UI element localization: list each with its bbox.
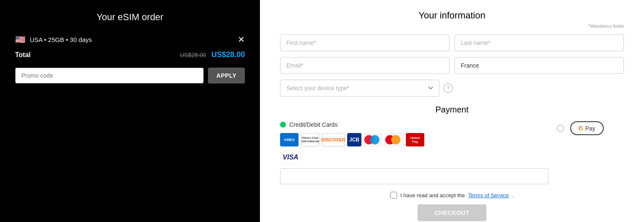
total-label: Total <box>15 51 31 59</box>
unionpay-logo: Union Pay <box>406 133 424 146</box>
country-select[interactable]: France United States Germany United King… <box>454 57 624 74</box>
terms-link[interactable]: Terms of Service <box>468 192 509 198</box>
page-title: Your eSIM order <box>15 12 245 23</box>
terms-text: I have read and accept the <box>400 192 465 198</box>
order-item-label: USA • 25GB • 30 days <box>30 36 92 43</box>
apply-promo-button[interactable]: APPLY <box>208 68 245 84</box>
right-panel: Your information *Mandatory fields Franc… <box>260 0 644 222</box>
payment-title: Payment <box>280 105 624 115</box>
mastercard-logo <box>385 133 403 146</box>
email-input[interactable] <box>280 57 449 74</box>
card-number-input[interactable] <box>280 168 548 184</box>
last-name-input[interactable] <box>454 34 624 51</box>
diners-logo: Diners ClubInternational <box>301 133 319 146</box>
maestro-logo <box>364 133 382 146</box>
promo-row: APPLY <box>15 68 245 84</box>
remove-item-button[interactable]: ✕ <box>238 35 245 44</box>
country-select-wrapper: France United States Germany United King… <box>454 57 624 74</box>
discover-logo: DISCOVER <box>322 133 345 146</box>
name-row <box>280 34 624 51</box>
flag-icon: 🇺🇸 <box>15 34 26 44</box>
current-price: US$28.00 <box>211 50 245 59</box>
gpay-g-icon: G <box>579 125 584 132</box>
card-logos: AMEX Diners ClubInternational DISCOVER J… <box>280 133 548 146</box>
promo-code-input[interactable] <box>15 68 204 84</box>
jcb-logo: JCB <box>347 133 361 146</box>
terms-checkbox[interactable] <box>390 192 397 198</box>
gpay-label: Pay <box>585 125 595 132</box>
mandatory-note: *Mandatory fields <box>280 24 624 29</box>
terms-row: I have read and accept the Terms of Serv… <box>280 192 624 198</box>
help-icon[interactable]: ? <box>444 84 453 93</box>
payment-options: Credit/Debit Cards AMEX Diners ClubInter… <box>280 121 624 184</box>
visa-logo: VISA <box>280 151 301 164</box>
first-name-input[interactable] <box>280 34 449 51</box>
gpay-button[interactable]: G Pay <box>570 121 604 135</box>
gpay-radio[interactable] <box>557 125 564 132</box>
original-price: US$28.00 <box>180 52 206 58</box>
checkout-button[interactable]: CHECKOUT <box>418 204 486 221</box>
left-panel: Your eSIM order 🇺🇸 USA • 25GB • 30 days … <box>0 0 260 222</box>
device-type-select[interactable]: Select your device type* iPhone Android … <box>280 80 439 97</box>
total-row: Total US$28.00 US$28.00 <box>15 50 245 59</box>
amex-logo: AMEX <box>280 133 299 146</box>
device-type-row: Select your device type* iPhone Android … <box>280 80 624 97</box>
visa-row: VISA <box>280 151 548 164</box>
email-country-row: France United States Germany United King… <box>280 57 624 74</box>
gpay-option: G Pay <box>557 121 624 140</box>
order-item: 🇺🇸 USA • 25GB • 30 days ✕ <box>15 34 245 44</box>
credit-card-label: Credit/Debit Cards <box>289 121 338 128</box>
credit-card-option: Credit/Debit Cards AMEX Diners ClubInter… <box>280 121 548 184</box>
your-information-title: Your information <box>280 10 624 21</box>
price-display: US$28.00 US$28.00 <box>180 50 245 59</box>
credit-card-radio[interactable] <box>280 122 286 128</box>
